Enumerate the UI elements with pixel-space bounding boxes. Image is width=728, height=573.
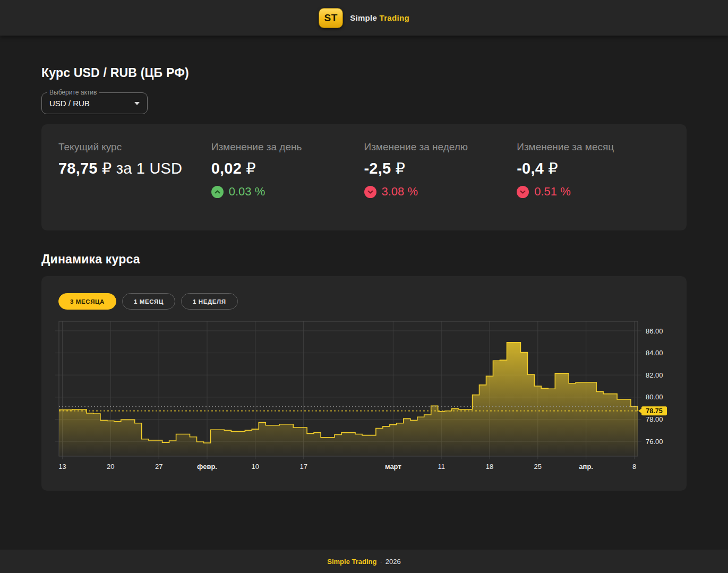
stat-value: 78,75 ₽ за 1 USD bbox=[58, 159, 211, 177]
arrow-up-circle-icon bbox=[211, 186, 224, 198]
brand-second-word: Trading bbox=[380, 13, 409, 22]
svg-text:84.00: 84.00 bbox=[646, 349, 663, 357]
svg-text:17: 17 bbox=[299, 463, 307, 471]
brand-first-word: Simple bbox=[350, 13, 377, 22]
svg-text:18: 18 bbox=[486, 463, 493, 471]
range-button-1w[interactable]: 1 НЕДЕЛЯ bbox=[181, 293, 238, 310]
svg-text:78.00: 78.00 bbox=[646, 415, 663, 423]
app-logo[interactable]: ST bbox=[319, 8, 343, 28]
svg-text:8: 8 bbox=[632, 463, 636, 471]
rate-chart-card: 3 МЕСЯЦА 1 МЕСЯЦ 1 НЕДЕЛЯ 76.0078.0080.0… bbox=[41, 276, 687, 491]
stat-value: -0,4 ₽ bbox=[517, 159, 670, 177]
asset-select-value: USD / RUB bbox=[49, 99, 90, 108]
app-header: ST Simple Trading bbox=[0, 0, 728, 36]
svg-text:20: 20 bbox=[107, 463, 114, 471]
stat-label: Изменение за месяц bbox=[517, 141, 670, 153]
stat-day-change: Изменение за день 0,02 ₽ 0.03 % bbox=[211, 141, 364, 209]
stat-change-row: 0.51 % bbox=[517, 185, 670, 199]
stat-current-rate: Текущий курс 78,75 ₽ за 1 USD bbox=[58, 141, 211, 209]
svg-text:апр.: апр. bbox=[579, 463, 593, 471]
rate-stats-card: Текущий курс 78,75 ₽ за 1 USD Изменение … bbox=[41, 124, 687, 230]
asset-select-label: Выберите актив bbox=[47, 89, 99, 96]
svg-text:25: 25 bbox=[534, 463, 542, 471]
stat-month-change: Изменение за месяц -0,4 ₽ 0.51 % bbox=[517, 141, 670, 209]
range-buttons: 3 МЕСЯЦА 1 МЕСЯЦ 1 НЕДЕЛЯ bbox=[58, 293, 238, 310]
range-button-1m[interactable]: 1 МЕСЯЦ bbox=[122, 293, 175, 310]
svg-text:13: 13 bbox=[58, 463, 66, 471]
app-logo-text: ST bbox=[324, 12, 337, 24]
stat-change-row: 3.08 % bbox=[364, 185, 517, 199]
arrow-down-circle-icon bbox=[364, 186, 376, 198]
range-button-3m[interactable]: 3 МЕСЯЦА bbox=[58, 293, 116, 310]
svg-text:11: 11 bbox=[438, 463, 445, 471]
app-footer: Simple Trading · 2026 bbox=[0, 550, 728, 573]
dynamics-section-title: Динамика курса bbox=[41, 252, 687, 267]
svg-text:10: 10 bbox=[252, 463, 259, 471]
stat-value: -2,5 ₽ bbox=[364, 159, 517, 177]
svg-text:76.00: 76.00 bbox=[646, 438, 663, 446]
footer-brand: Simple Trading bbox=[327, 558, 376, 566]
stat-week-change: Изменение за неделю -2,5 ₽ 3.08 % bbox=[364, 141, 517, 209]
svg-text:февр.: февр. bbox=[197, 463, 217, 471]
arrow-down-circle-icon bbox=[517, 186, 529, 198]
svg-text:март: март bbox=[385, 463, 401, 471]
footer-year: 2026 bbox=[386, 558, 401, 566]
svg-text:78.75: 78.75 bbox=[646, 407, 662, 415]
chevron-down-icon bbox=[134, 102, 140, 105]
stat-value: 0,02 ₽ bbox=[211, 159, 364, 177]
svg-text:86.00: 86.00 bbox=[646, 327, 663, 335]
stat-label: Изменение за день bbox=[211, 141, 364, 153]
stat-percent: 0.51 % bbox=[534, 185, 571, 199]
rate-section-title: Курс USD / RUB (ЦБ РФ) bbox=[41, 66, 687, 80]
svg-text:27: 27 bbox=[155, 463, 162, 471]
svg-text:82.00: 82.00 bbox=[646, 371, 663, 379]
asset-select-wrap: Выберите актив USD / RUB bbox=[41, 92, 148, 114]
stat-label: Изменение за неделю bbox=[364, 141, 517, 153]
stat-percent: 3.08 % bbox=[382, 185, 418, 199]
stat-percent: 0.03 % bbox=[229, 185, 265, 199]
stat-label: Текущий курс bbox=[58, 141, 211, 153]
footer-separator: · bbox=[380, 558, 382, 566]
page: ST Simple Trading Курс USD / RUB (ЦБ РФ)… bbox=[0, 0, 728, 573]
stat-change-row: 0.03 % bbox=[211, 185, 364, 199]
brand-title: Simple Trading bbox=[350, 13, 409, 22]
main-content: Курс USD / RUB (ЦБ РФ) Выберите актив US… bbox=[41, 36, 687, 491]
svg-text:80.00: 80.00 bbox=[646, 393, 663, 401]
